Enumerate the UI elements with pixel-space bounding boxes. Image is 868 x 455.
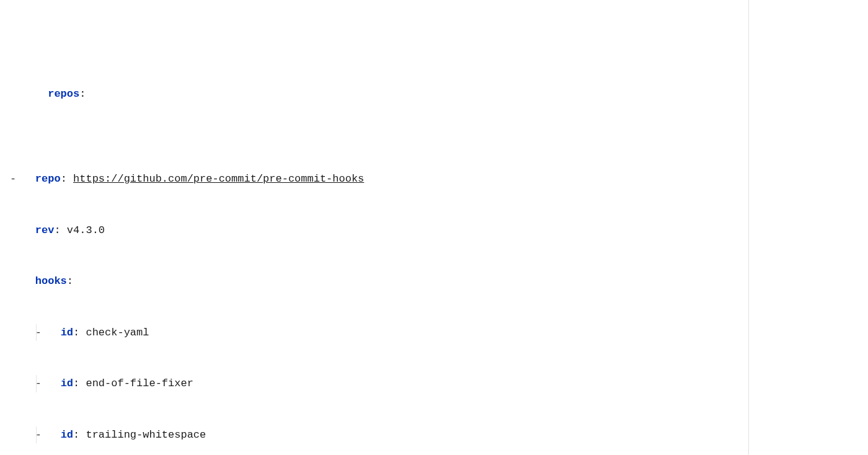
rev-value: v4.3.0 — [67, 224, 105, 236]
yaml-key: id — [61, 378, 73, 389]
hook-id: end-of-file-fixer — [86, 378, 193, 389]
yaml-key: rev — [35, 224, 55, 236]
hook-id: check-yaml — [86, 327, 149, 338]
code-line[interactable]: - repo: https://github.com/pre-commit/pr… — [10, 170, 868, 188]
repo-url[interactable]: https://github.com/pre-commit/pre-commit… — [73, 173, 364, 185]
code-editor[interactable]: repos: - repo: https://github.com/pre-co… — [0, 0, 868, 455]
code-line[interactable]: - id: trailing-whitespace — [10, 426, 868, 444]
colon: : — [79, 88, 86, 100]
code-line[interactable]: rev: v4.3.0 — [10, 222, 868, 239]
yaml-key: id — [61, 327, 73, 338]
code-line[interactable]: repos: — [10, 86, 868, 103]
hook-id: trailing-whitespace — [86, 429, 206, 441]
yaml-key: hooks — [35, 275, 67, 287]
code-line[interactable]: hooks: — [10, 273, 868, 290]
yaml-key: repo — [35, 173, 61, 185]
yaml-key: repos — [48, 88, 79, 100]
list-dash: - — [10, 173, 16, 185]
yaml-key: id — [61, 429, 73, 441]
code-line[interactable]: - id: check-yaml — [10, 324, 868, 342]
code-line[interactable]: - id: end-of-file-fixer — [10, 375, 868, 392]
